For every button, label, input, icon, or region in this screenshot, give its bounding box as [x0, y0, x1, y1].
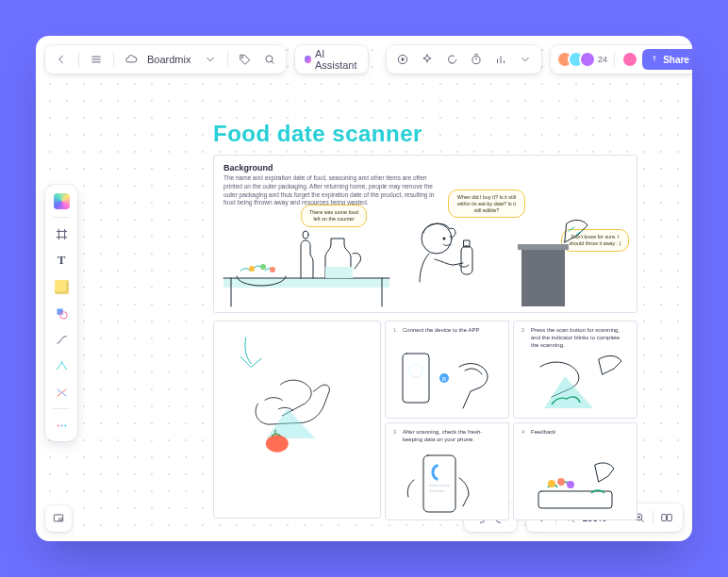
svg-point-48 — [443, 238, 446, 240]
present-button[interactable] — [392, 49, 413, 70]
svg-point-53 — [266, 435, 289, 452]
ai-assistant-button[interactable]: AI Assistant — [295, 45, 368, 74]
section-scanner[interactable]: Food date scanner Function: Help users j… — [213, 321, 381, 519]
step-card-4[interactable]: 4 Feedback — [513, 422, 637, 520]
cloud-icon — [121, 49, 141, 70]
sticky-tool-button[interactable] — [51, 276, 72, 297]
share-label: Share — [663, 55, 689, 65]
pen-tool-button[interactable] — [51, 355, 72, 376]
comment-button[interactable] — [441, 49, 462, 70]
svg-point-24 — [57, 424, 58, 426]
svg-point-3 — [242, 57, 244, 58]
section-background[interactable]: Background The name and expiration date … — [213, 155, 637, 313]
svg-rect-61 — [538, 491, 612, 508]
app-window: Boardmix AI Assistant 24 — [36, 36, 692, 541]
scanner-illustration — [220, 327, 374, 459]
share-button[interactable]: Share — [642, 49, 692, 70]
more-chevron-icon[interactable] — [515, 49, 536, 70]
current-user-avatar[interactable] — [621, 51, 638, 68]
svg-rect-54 — [403, 354, 429, 403]
divider — [653, 510, 654, 525]
divider — [78, 52, 79, 67]
step-card-3[interactable]: 3 After scanning, check the fresh-keepin… — [385, 422, 509, 520]
divider — [614, 52, 615, 67]
svg-rect-46 — [325, 267, 353, 278]
highlight-tool-button[interactable] — [51, 382, 72, 403]
text-tool-button[interactable]: T — [51, 250, 72, 271]
analytics-button[interactable] — [490, 49, 511, 70]
doc-title-chevron-icon[interactable] — [200, 49, 221, 70]
svg-point-64 — [567, 481, 574, 488]
topbar-left-group: Boardmix — [45, 45, 286, 74]
shape-tool-button[interactable] — [51, 303, 72, 323]
board-title[interactable]: Food date scanner — [213, 121, 637, 147]
background-illustration — [214, 156, 637, 313]
tag-button[interactable] — [235, 49, 256, 70]
svg-point-44 — [270, 267, 275, 272]
svg-point-26 — [64, 424, 66, 426]
step-card-1[interactable]: 1 Connect the device to the APP B — [385, 321, 509, 419]
svg-point-4 — [266, 56, 273, 62]
connector-tool-button[interactable] — [51, 329, 72, 350]
frame-tool-button[interactable] — [51, 223, 72, 244]
svg-rect-51 — [521, 248, 565, 306]
minimap-button[interactable] — [45, 505, 72, 532]
avatar-count: 24 — [598, 55, 607, 64]
avatar-stack[interactable]: 24 — [556, 51, 607, 68]
menu-button[interactable] — [86, 49, 107, 70]
step-2-illustration — [514, 321, 637, 419]
step-4-illustration — [514, 423, 637, 520]
timer-button[interactable] — [466, 49, 487, 70]
left-toolbar: T — [45, 185, 77, 441]
divider — [53, 217, 70, 218]
svg-rect-52 — [518, 244, 569, 250]
svg-text:B: B — [442, 376, 446, 382]
board-content[interactable]: Food date scanner Background The name an… — [213, 121, 637, 520]
svg-rect-28 — [59, 519, 63, 520]
divider — [53, 408, 70, 409]
avatar — [579, 51, 596, 68]
svg-rect-58 — [423, 455, 455, 512]
magic-tool-button[interactable] — [51, 190, 72, 211]
svg-point-45 — [303, 231, 308, 239]
ai-label: AI Assistant — [315, 48, 358, 71]
svg-point-62 — [548, 480, 555, 487]
svg-rect-38 — [223, 278, 389, 288]
divider — [113, 52, 114, 67]
topbar-share-group: 24 Share — [551, 45, 692, 74]
pages-button[interactable] — [656, 507, 677, 528]
step-3-illustration — [386, 423, 509, 520]
svg-point-21 — [59, 311, 67, 319]
more-tools-button[interactable] — [51, 415, 72, 436]
divider — [227, 52, 228, 67]
topbar-actions-group — [387, 45, 541, 74]
svg-point-42 — [249, 266, 255, 272]
search-button[interactable] — [259, 49, 280, 70]
svg-point-43 — [260, 264, 266, 270]
step-card-2[interactable]: 2 Press the scan button for scanning, an… — [513, 321, 637, 419]
svg-point-55 — [409, 364, 422, 377]
topbar: Boardmix AI Assistant 24 — [45, 45, 683, 74]
svg-point-25 — [60, 424, 62, 426]
back-button[interactable] — [51, 49, 72, 70]
svg-rect-37 — [668, 515, 672, 521]
svg-marker-7 — [402, 58, 405, 62]
svg-line-35 — [641, 519, 644, 522]
step-1-illustration: B — [386, 321, 509, 419]
svg-rect-36 — [662, 515, 667, 521]
svg-rect-49 — [461, 246, 472, 274]
doc-title[interactable]: Boardmix — [145, 54, 196, 65]
sparkle-button[interactable] — [417, 49, 438, 70]
svg-line-5 — [273, 61, 275, 64]
section-row: Food date scanner Function: Help users j… — [213, 321, 637, 520]
ai-icon — [305, 56, 310, 63]
svg-point-63 — [557, 478, 565, 486]
